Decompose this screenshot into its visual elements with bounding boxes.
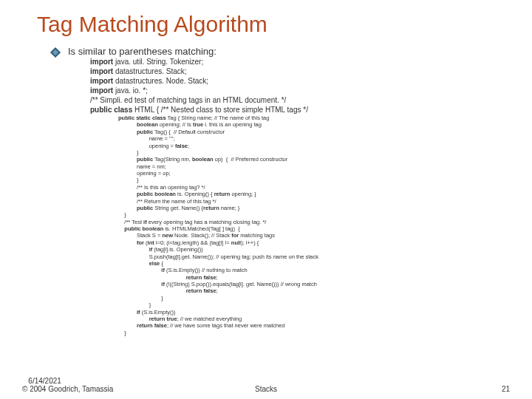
bullet-item: Is similar to parentheses matching: [52, 46, 510, 57]
diamond-bullet-icon [50, 47, 61, 58]
code-sub: public static class Tag { String name; /… [118, 115, 510, 336]
page-title: Tag Matching Algorithm [37, 12, 510, 37]
bullet-text: Is similar to parentheses matching: [68, 46, 216, 57]
code-main: import java. util. String. Tokenizer;imp… [90, 57, 510, 115]
footer-right: 21 [502, 385, 510, 393]
footer: 6/14/2021 © 2004 Goodrich, Tamassia Stac… [0, 380, 532, 393]
footer-center: Stacks [0, 385, 532, 393]
